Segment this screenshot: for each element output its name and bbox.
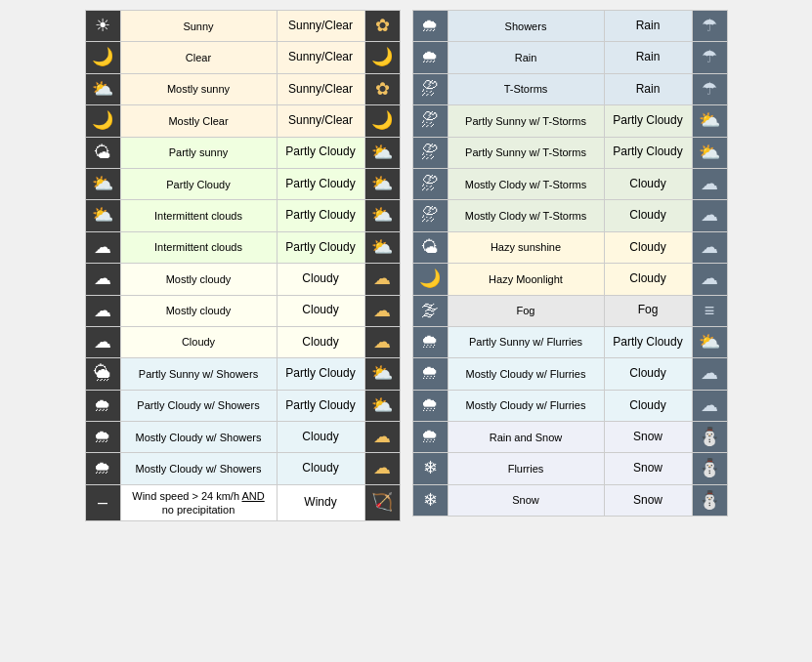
table-row: 🌨Rain and SnowSnow⛄ bbox=[412, 422, 727, 453]
weather-label: Partly Cloudy w/ Showers bbox=[120, 390, 277, 421]
weather-icon-left: 🌙 bbox=[85, 105, 120, 137]
weather-label: Partly Sunny w/ T-Storms bbox=[448, 105, 604, 137]
table-row: 🌤Hazy sunshineCloudy☁ bbox=[412, 231, 727, 263]
weather-icon-left: ⛈ bbox=[412, 200, 448, 231]
weather-label: Mostly Cloudy w/ Showers bbox=[120, 422, 277, 453]
weather-icon-left: ❄ bbox=[412, 484, 448, 516]
weather-result: Sunny/Clear bbox=[277, 73, 364, 104]
table-row: 🌙Mostly ClearSunny/Clear🌙 bbox=[85, 105, 400, 137]
weather-result: Fog bbox=[604, 295, 692, 326]
weather-result: Cloudy bbox=[277, 453, 364, 484]
weather-icon-right: ☁ bbox=[692, 358, 727, 390]
table-row: 🌫FogFog≡ bbox=[412, 295, 727, 326]
weather-icon-right: ⛅ bbox=[364, 390, 400, 421]
weather-label: Showers bbox=[448, 11, 604, 42]
weather-result: Partly Cloudy bbox=[277, 168, 364, 199]
weather-label: Partly Cloudy bbox=[120, 168, 277, 199]
weather-result: Sunny/Clear bbox=[277, 42, 364, 73]
weather-label: Mostly Clody w/ T-Storms bbox=[448, 168, 604, 199]
weather-result: Partly Cloudy bbox=[277, 137, 364, 168]
weather-label: Snow bbox=[448, 484, 604, 516]
weather-icon-left: ☁ bbox=[85, 326, 120, 357]
weather-icon-left: 🌙 bbox=[412, 264, 448, 295]
weather-icon-left: 🌧 bbox=[412, 42, 448, 73]
table-row: 🌧Mostly Cloudy w/ ShowersCloudy☁ bbox=[85, 422, 400, 453]
weather-icon-left: ⛅ bbox=[85, 168, 120, 199]
weather-icon-left: ⛈ bbox=[412, 137, 448, 168]
weather-label: Rain and Snow bbox=[448, 422, 604, 453]
weather-label: Mostly Cloudy w/ Flurries bbox=[448, 358, 604, 390]
weather-icon-right: ☁ bbox=[692, 390, 727, 421]
weather-icon-right: ☂ bbox=[692, 73, 727, 104]
weather-icon-right: ⛅ bbox=[692, 105, 727, 137]
weather-icon-right: ⛅ bbox=[364, 200, 400, 231]
weather-icon-right: ☁ bbox=[364, 295, 400, 326]
table-row: ⛈T-StormsRain☂ bbox=[412, 73, 727, 104]
table-row: ☀SunnySunny/Clear✿ bbox=[85, 11, 400, 42]
weather-icon-right: ☂ bbox=[692, 11, 727, 42]
table-row: ⛈Partly Sunny w/ T-StormsPartly Cloudy⛅ bbox=[412, 105, 727, 137]
table-row: ☁CloudyCloudy☁ bbox=[85, 326, 400, 357]
weather-result: Cloudy bbox=[277, 264, 364, 295]
table-row: 🌤Partly sunnyPartly Cloudy⛅ bbox=[85, 137, 400, 168]
weather-icon-left: 🌧 bbox=[85, 422, 120, 453]
weather-result: Cloudy bbox=[277, 326, 364, 357]
table-row: ⛈Partly Sunny w/ T-StormsPartly Cloudy⛅ bbox=[412, 137, 727, 168]
weather-label: Hazy Moonlight bbox=[448, 264, 604, 295]
weather-icon-right: ✿ bbox=[364, 73, 400, 104]
weather-icon-left: ❄ bbox=[412, 453, 448, 484]
weather-icon-left: 🌤 bbox=[412, 231, 448, 263]
weather-icon-left: ☁ bbox=[85, 264, 120, 295]
weather-label: Fog bbox=[448, 295, 604, 326]
weather-icon-left: 🌨 bbox=[412, 326, 448, 357]
table-row: ⛈Mostly Clody w/ T-StormsCloudy☁ bbox=[412, 200, 727, 231]
weather-icon-right: ☂ bbox=[692, 42, 727, 73]
weather-icon-left: 🌫 bbox=[412, 295, 448, 326]
table-row: 🌧ShowersRain☂ bbox=[412, 11, 727, 42]
weather-icon-right: ☁ bbox=[692, 264, 727, 295]
weather-result: Sunny/Clear bbox=[277, 11, 364, 42]
table-row: ❄SnowSnow⛄ bbox=[412, 484, 727, 516]
weather-icon-right: ☁ bbox=[364, 453, 400, 484]
table-row: 🌧RainRain☂ bbox=[412, 42, 727, 73]
weather-icon-left: 🌨 bbox=[412, 390, 448, 421]
weather-icon-right: ☁ bbox=[692, 231, 727, 263]
weather-label: Wind speed > 24 km/h ANDno precipitation bbox=[120, 484, 277, 521]
weather-result: Partly Cloudy bbox=[604, 105, 692, 137]
table-row: 🌨Mostly Cloudy w/ FlurriesCloudy☁ bbox=[412, 358, 727, 390]
weather-icon-left: 🌨 bbox=[412, 358, 448, 390]
weather-icon-left: 🌧 bbox=[85, 453, 120, 484]
weather-result: Partly Cloudy bbox=[604, 326, 692, 357]
weather-result: Snow bbox=[604, 422, 692, 453]
weather-icon-right: ☁ bbox=[364, 422, 400, 453]
table-row: ⛅Partly CloudyPartly Cloudy⛅ bbox=[85, 168, 400, 199]
weather-result: Partly Cloudy bbox=[277, 390, 364, 421]
weather-result: Cloudy bbox=[604, 200, 692, 231]
weather-icon-right: 🌙 bbox=[364, 105, 400, 137]
table-row: ⛅Intermittent cloudsPartly Cloudy⛅ bbox=[85, 200, 400, 231]
weather-icon-right: 🏹 bbox=[364, 484, 400, 521]
weather-result: Partly Cloudy bbox=[277, 231, 364, 263]
weather-icon-right: ☁ bbox=[692, 200, 727, 231]
weather-result: Cloudy bbox=[604, 168, 692, 199]
weather-result: Snow bbox=[604, 484, 692, 516]
weather-result: Cloudy bbox=[604, 358, 692, 390]
weather-icon-right: ⛅ bbox=[364, 358, 400, 390]
weather-result: Cloudy bbox=[604, 264, 692, 295]
right-weather-table: 🌧ShowersRain☂🌧RainRain☂⛈T-StormsRain☂⛈Pa… bbox=[412, 10, 728, 517]
table-row: ☁Mostly cloudyCloudy☁ bbox=[85, 295, 400, 326]
weather-icon-right: ✿ bbox=[364, 11, 400, 42]
weather-label: Mostly Clody w/ T-Storms bbox=[448, 200, 604, 231]
weather-label: Mostly cloudy bbox=[120, 295, 277, 326]
weather-result: Cloudy bbox=[277, 422, 364, 453]
weather-icon-right: 🌙 bbox=[364, 42, 400, 73]
weather-icon-left: ☁ bbox=[85, 231, 120, 263]
table-row: ⛈Mostly Clody w/ T-StormsCloudy☁ bbox=[412, 168, 727, 199]
weather-icon-right: ≡ bbox=[692, 295, 727, 326]
weather-icon-left: 🌨 bbox=[412, 422, 448, 453]
weather-result: Cloudy bbox=[604, 231, 692, 263]
weather-label: Hazy sunshine bbox=[448, 231, 604, 263]
weather-icon-left: ⛈ bbox=[412, 105, 448, 137]
left-weather-table: ☀SunnySunny/Clear✿🌙ClearSunny/Clear🌙⛅Mos… bbox=[85, 10, 401, 521]
table-row: ⛅Mostly sunnySunny/Clear✿ bbox=[85, 73, 400, 104]
